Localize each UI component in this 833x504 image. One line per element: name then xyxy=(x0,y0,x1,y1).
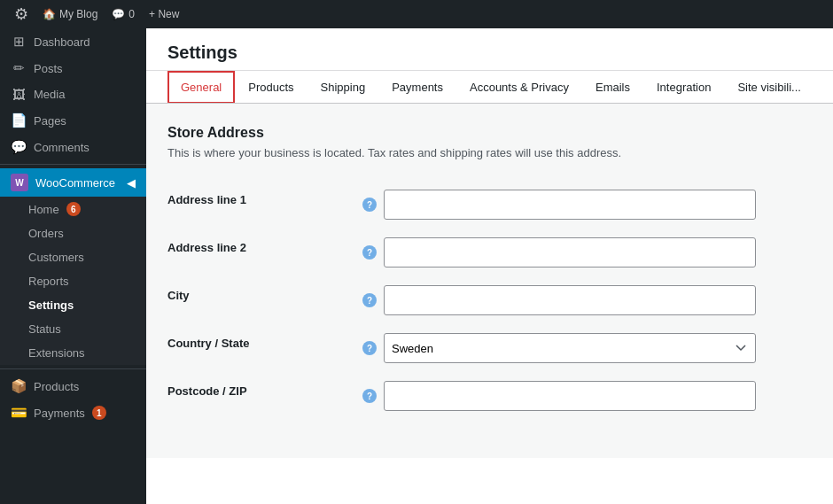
field-row-postcode: Postcode / ZIP ? xyxy=(167,372,812,420)
main-layout: ⊞ Dashboard ✏ Posts 🖼 Media 📄 Pages 💬 Co… xyxy=(0,28,833,504)
address2-label: Address line 2 xyxy=(167,241,246,254)
address1-field-row: ? xyxy=(362,190,812,220)
address1-help-icon[interactable]: ? xyxy=(362,198,377,212)
content-inner: Settings General Products Shipping Payme… xyxy=(146,28,833,504)
woocommerce-header[interactable]: W WooCommerce ◀ xyxy=(0,168,146,197)
payments-icon: 💳 xyxy=(11,405,27,421)
tab-emails[interactable]: Emails xyxy=(582,71,643,104)
site-name-link[interactable]: 🏠 My Blog xyxy=(35,0,105,28)
admin-bar: ⚙ 🏠 My Blog 💬 0 + New xyxy=(0,0,833,28)
settings-content: Store Address This is where your busines… xyxy=(146,104,833,458)
wp-logo-button[interactable]: ⚙ xyxy=(7,0,35,28)
settings-tabs: General Products Shipping Payments Accou… xyxy=(146,71,833,104)
sidebar-item-woo-status[interactable]: Status xyxy=(0,317,146,341)
address2-field-row: ? xyxy=(362,237,812,268)
home-badge: 6 xyxy=(66,202,81,216)
sidebar-item-woo-orders[interactable]: Orders xyxy=(0,221,146,245)
sidebar-item-pages[interactable]: 📄 Pages xyxy=(0,107,146,134)
sidebar-item-products[interactable]: 📦 Products xyxy=(0,373,146,399)
sidebar-item-payments[interactable]: 💳 Payments 1 xyxy=(0,399,146,426)
field-row-address2: Address line 2 ? xyxy=(167,229,812,276)
postcode-help-icon[interactable]: ? xyxy=(362,389,377,403)
tab-integration[interactable]: Integration xyxy=(643,71,724,104)
address2-input[interactable] xyxy=(384,237,756,268)
wp-logo-icon: ⚙ xyxy=(14,4,28,24)
store-address-desc: This is where your business is located. … xyxy=(167,146,812,159)
sidebar-item-woo-reports[interactable]: Reports xyxy=(0,269,146,293)
payments-badge: 1 xyxy=(92,406,106,420)
tab-site-visibility[interactable]: Site visibili... xyxy=(724,71,814,104)
sidebar-item-media[interactable]: 🖼 Media xyxy=(0,81,146,107)
sidebar: ⊞ Dashboard ✏ Posts 🖼 Media 📄 Pages 💬 Co… xyxy=(0,28,146,504)
comments-icon: 💬 xyxy=(112,8,125,20)
sidebar-divider xyxy=(0,164,146,165)
store-address-title: Store Address xyxy=(167,125,812,141)
woo-icon: W xyxy=(11,174,28,191)
address1-label: Address line 1 xyxy=(167,193,246,206)
tab-payments[interactable]: Payments xyxy=(378,71,456,104)
field-row-city: City ? xyxy=(167,276,812,324)
postcode-label: Postcode / ZIP xyxy=(167,384,247,398)
sidebar-item-posts[interactable]: ✏ Posts xyxy=(0,55,146,81)
woo-collapse-icon: ◀ xyxy=(127,176,136,190)
country-field-row: ? Sweden United States United Kingdom Ge… xyxy=(362,333,812,363)
posts-icon: ✏ xyxy=(11,60,27,76)
content-area: Settings General Products Shipping Payme… xyxy=(146,28,833,504)
sidebar-item-woo-home[interactable]: Home 6 xyxy=(0,197,146,221)
sidebar-item-woo-customers[interactable]: Customers xyxy=(0,245,146,269)
field-row-address1: Address line 1 ? xyxy=(167,181,812,229)
city-input[interactable] xyxy=(384,285,756,315)
comments-sidebar-icon: 💬 xyxy=(11,139,27,155)
woocommerce-section: W WooCommerce ◀ Home 6 Orders Customers … xyxy=(0,168,146,365)
sidebar-item-dashboard[interactable]: ⊞ Dashboard xyxy=(0,28,146,55)
address1-input[interactable] xyxy=(384,190,756,220)
country-label: Country / State xyxy=(167,337,249,350)
sidebar-item-woo-settings[interactable]: Settings xyxy=(0,293,146,317)
comments-link[interactable]: 💬 0 xyxy=(105,0,142,28)
field-row-country: Country / State ? Sweden United States U… xyxy=(167,324,812,372)
dashboard-icon: ⊞ xyxy=(11,34,27,50)
products-icon: 📦 xyxy=(11,378,27,394)
sidebar-item-woo-extensions[interactable]: Extensions xyxy=(0,341,146,365)
media-icon: 🖼 xyxy=(11,87,27,102)
address-form-table: Address line 1 ? Address line 2 xyxy=(167,181,812,420)
sidebar-divider-2 xyxy=(0,368,146,369)
home-icon: 🏠 xyxy=(43,8,56,20)
postcode-input[interactable] xyxy=(384,381,756,411)
sidebar-item-comments[interactable]: 💬 Comments xyxy=(0,134,146,160)
tab-products[interactable]: Products xyxy=(235,71,307,104)
city-label: City xyxy=(167,289,190,302)
postcode-field-row: ? xyxy=(362,381,812,411)
country-help-icon[interactable]: ? xyxy=(362,341,377,355)
tab-shipping[interactable]: Shipping xyxy=(308,71,379,104)
tab-accounts-privacy[interactable]: Accounts & Privacy xyxy=(456,71,582,104)
country-select[interactable]: Sweden United States United Kingdom Germ… xyxy=(384,333,756,363)
tab-general[interactable]: General xyxy=(167,71,235,104)
page-header: Settings xyxy=(146,28,833,71)
pages-icon: 📄 xyxy=(11,112,27,128)
page-title: Settings xyxy=(167,43,812,63)
address2-help-icon[interactable]: ? xyxy=(362,245,377,260)
city-field-row: ? xyxy=(362,285,812,315)
city-help-icon[interactable]: ? xyxy=(362,293,377,307)
new-content-button[interactable]: + New xyxy=(142,0,186,28)
